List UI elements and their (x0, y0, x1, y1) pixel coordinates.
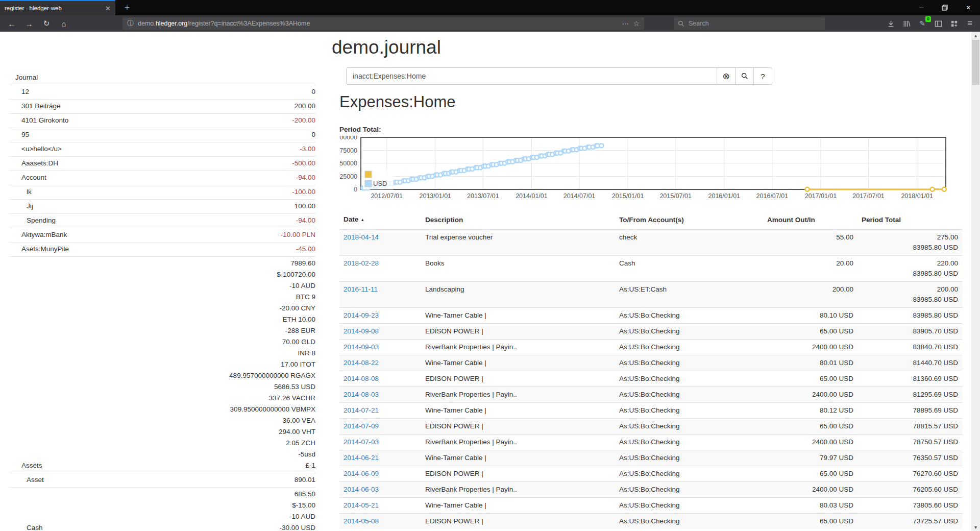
column-header-to-from-account-s-[interactable]: To/From Account(s) (615, 211, 763, 229)
page-scrollbar[interactable]: ▴ ▾ (971, 32, 980, 531)
transaction-date-link[interactable]: 2014-08-03 (344, 391, 379, 398)
sidebar-account-link[interactable]: <u>hello</u> (9, 143, 62, 155)
sidebar-account-link[interactable]: Asets:MunyPile (9, 244, 69, 255)
table-row: 2014-06-09EDISON POWER |As:US:Bo:Checkin… (339, 466, 962, 482)
transaction-description: Wine-Tarner Cable | (421, 355, 615, 371)
transaction-date-link[interactable]: 2014-07-09 (344, 422, 379, 430)
sidebar-account-link[interactable]: lk (9, 186, 32, 198)
scroll-down-icon[interactable]: ▾ (971, 523, 980, 531)
period-total: 73725.57 USD (857, 514, 962, 529)
scroll-up-icon[interactable]: ▴ (971, 32, 980, 39)
sidebar-account-balances: -45.00 (296, 244, 315, 255)
period-total-chart[interactable]: 02500050000750001000002012/07/012013/01/… (339, 136, 948, 202)
clear-query-button[interactable]: ⊗ (717, 67, 736, 85)
transaction-description: Wine-Tarner Cable | (421, 450, 615, 466)
transaction-date-link[interactable]: 2014-09-08 (344, 327, 379, 335)
sidebar-account-link[interactable]: Asset (9, 474, 44, 486)
column-header-period-total[interactable]: Period Total (857, 211, 962, 229)
period-total: 78815.57 USD (857, 419, 962, 435)
page-actions-icon[interactable]: ⋯ (622, 19, 629, 28)
browser-search-input[interactable]: Search (674, 17, 825, 30)
sidebar-account-link[interactable]: Account (9, 172, 46, 183)
transaction-account: check (615, 229, 763, 256)
transaction-account: As:US:Bo:Checking (615, 435, 763, 450)
scrollbar-thumb[interactable] (972, 40, 979, 85)
column-header-amount-out-in[interactable]: Amount Out/In (763, 211, 857, 229)
transaction-date-link[interactable]: 2014-08-22 (344, 359, 379, 367)
url-bar[interactable]: ⓘ demo.hledger.org/register?q=inacct%3AE… (122, 17, 644, 30)
period-total: 81295.69 USD (857, 387, 962, 403)
reload-icon[interactable]: ↻ (39, 15, 54, 32)
tab-close-icon[interactable]: ✕ (105, 5, 111, 12)
sidebar-account-link[interactable]: Aktywa:mBank (9, 229, 67, 240)
forward-icon[interactable]: → (21, 15, 37, 32)
sidebar-account-link[interactable]: Cash (9, 522, 43, 531)
sidebar-account-link[interactable]: Spending (9, 215, 56, 226)
transaction-date-link[interactable]: 2014-06-09 (344, 470, 379, 477)
account-balance: $-100720.00 (229, 269, 315, 280)
transaction-date-link[interactable]: 2014-09-03 (344, 343, 379, 351)
transaction-date-link[interactable]: 2014-05-08 (344, 517, 379, 525)
window-close-button[interactable]: ✕ (957, 0, 980, 15)
period-total: 220.0083985.80 USD (857, 256, 962, 282)
back-icon[interactable]: ← (4, 15, 19, 32)
window-minimize-button[interactable]: ─ (910, 0, 933, 15)
period-total: 73805.60 USD (857, 498, 962, 514)
browser-tab[interactable]: register - hledger-web ✕ (0, 0, 115, 15)
account-balance: $-15.00 (279, 500, 315, 511)
library-icon[interactable] (902, 19, 911, 28)
transaction-account: As:US:Bo:Checking (615, 371, 763, 387)
restore-icon (942, 5, 948, 11)
bookmark-star-icon[interactable]: ☆ (633, 19, 640, 28)
transaction-date-link[interactable]: 2018-04-14 (344, 233, 379, 241)
transaction-amount: 80.03 USD (763, 498, 857, 514)
transaction-date-link[interactable]: 2014-08-08 (344, 375, 379, 382)
account-balance: -45.00 (296, 244, 315, 255)
column-header-date[interactable]: Date▲ (339, 211, 421, 229)
menu-icon[interactable]: ≡ (965, 19, 974, 28)
browser-search-placeholder: Search (689, 20, 709, 27)
transaction-date-link[interactable]: 2014-05-21 (344, 501, 379, 509)
search-button[interactable] (735, 67, 754, 85)
sidebar-journal-link[interactable]: Journal (9, 70, 315, 85)
table-row: 2014-07-03RiverBank Properties | Payin..… (339, 435, 962, 450)
sidebar-account-row: 4101 Girokonto-200.00 (9, 114, 315, 128)
help-button[interactable]: ? (753, 67, 772, 85)
window-restore-button[interactable] (933, 0, 957, 15)
sidebar-account-row: Asets:MunyPile-45.00 (9, 243, 315, 257)
transaction-date-link[interactable]: 2018-02-28 (344, 259, 379, 267)
site-info-icon[interactable]: ⓘ (127, 19, 134, 28)
extension-icon[interactable]: ✎0 (918, 19, 927, 28)
sidebar-account-link[interactable]: 301 Beiträge (9, 101, 61, 112)
sidebar-account-balances: -100.00 (292, 186, 315, 198)
table-row: 2014-09-08EDISON POWER |As:US:Bo:Checkin… (339, 324, 962, 340)
table-row: 2014-06-21Wine-Tarner Cable |As:US:Bo:Ch… (339, 450, 962, 466)
account-balance: 5686.53 USD (229, 381, 315, 393)
transaction-date-link[interactable]: 2014-06-03 (344, 486, 379, 493)
transaction-date-link[interactable]: 2014-06-21 (344, 454, 379, 462)
transaction-date-link[interactable]: 2016-11-11 (344, 285, 378, 293)
home-icon[interactable]: ⌂ (56, 15, 71, 32)
query-input[interactable] (346, 67, 717, 85)
period-total: 76205.60 USD (857, 482, 962, 498)
pocket-grid-icon[interactable] (949, 19, 959, 28)
transaction-amount: 55.00 (763, 229, 857, 256)
transaction-amount: 200.00 (763, 282, 857, 308)
sidebar-account-link[interactable]: Aaasets:DH (9, 158, 58, 169)
transaction-date-link[interactable]: 2014-07-21 (344, 406, 379, 414)
download-icon[interactable] (886, 19, 895, 28)
sidebar-account-row: <u>hello</u>-3.00 (9, 142, 315, 157)
sidebar-account-link[interactable]: Jij (9, 201, 33, 212)
transaction-description: EDISON POWER | (421, 371, 615, 387)
sidebar-account-link[interactable]: 12 (9, 86, 29, 98)
sidebar-account-balances: -10.00 PLN (281, 229, 315, 240)
sidebar-account-link[interactable]: Assets (9, 460, 42, 471)
new-tab-button[interactable]: + (120, 2, 134, 14)
sidebar-account-link[interactable]: 4101 Girokonto (9, 115, 68, 126)
transaction-date-link[interactable]: 2014-09-23 (344, 311, 379, 319)
column-header-description[interactable]: Description (421, 211, 615, 229)
sidebar-toggle-icon[interactable] (934, 19, 943, 28)
sidebar-account-link[interactable]: 95 (9, 129, 29, 140)
account-balance: -30.00 USD (279, 522, 315, 531)
transaction-date-link[interactable]: 2014-07-03 (344, 438, 379, 446)
